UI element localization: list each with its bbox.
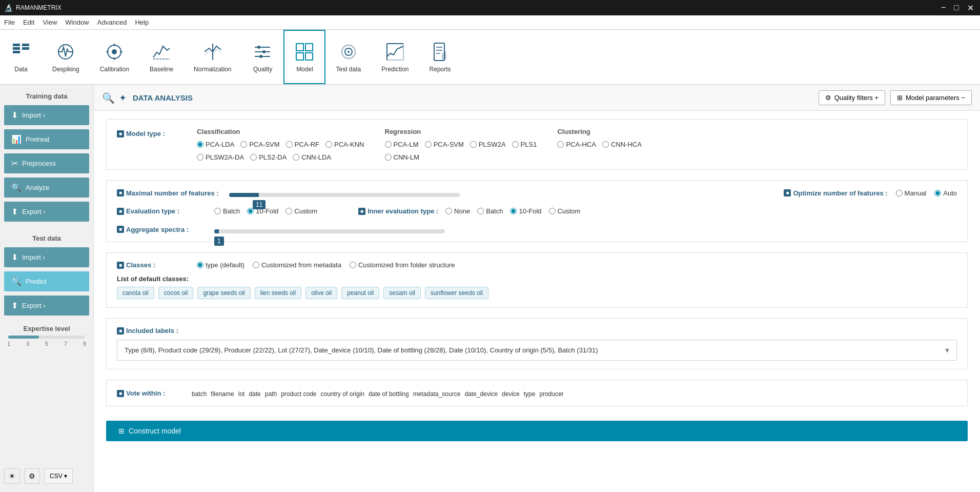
included-labels-box[interactable]: Type (8/8), Product code (29/29), Produc… [117,340,957,361]
svg-point-18 [262,50,266,53]
inner-none-option[interactable]: None [445,207,470,215]
inner-batch-option[interactable]: Batch [477,207,503,215]
menu-advanced[interactable]: Advanced [97,18,127,26]
class-peanut: peanut oil [341,287,379,299]
sidebar-import-training-label: Import › [22,111,45,119]
classes-customized-folder[interactable]: Customized from folder structure [350,261,455,269]
construct-model-button[interactable]: ⊞ Construct model [106,421,968,441]
pca-lda-option[interactable]: PCA-LDA [197,141,234,148]
menu-window[interactable]: Window [65,18,89,26]
cnn-hca-option[interactable]: CNN-HCA [602,141,642,148]
menu-edit[interactable]: Edit [23,18,34,26]
vote-tag-type: type [524,390,536,398]
toolbar-model[interactable]: Model [283,30,325,84]
main-layout: Training data ⬇ Import › 📊 Pretreat ✂ Pr… [0,85,980,492]
optimize-auto-option[interactable]: Auto [934,189,957,197]
svg-rect-0 [13,44,20,46]
toolbar-data[interactable]: Data [0,30,42,84]
sidebar-pretreat[interactable]: 📊 Pretreat [4,129,89,149]
optimize-manual-option[interactable]: Manual [896,189,927,197]
app-logo: 🔬 [4,4,13,12]
construct-model-label: Construct model [129,427,181,435]
classification-row-2: PLSW2A-DA PLS2-DA CNN-LDA [197,153,364,161]
pca-lm-option[interactable]: PCA-LM [385,141,419,148]
menu-file[interactable]: File [4,18,15,26]
sidebar-import-test[interactable]: ⬇ Import › [4,247,89,267]
included-labels-value: Type (8/8), Product code (29/29), Produc… [125,346,598,354]
model-type-label: ■ Model type : [117,130,189,137]
pls1-option[interactable]: PLS1 [512,141,537,148]
menu-help[interactable]: Help [135,18,149,26]
plsw2a-option[interactable]: PLSW2A [470,141,506,148]
toolbar-normalization[interactable]: Normalization [183,30,241,84]
eval-batch-option[interactable]: Batch [214,207,240,215]
sidebar-analyze-label: Analyze [26,184,49,191]
theme-button[interactable]: ☀ [4,468,20,484]
baseline-icon [151,41,172,63]
pca-rf-option[interactable]: PCA-RF [286,141,319,148]
optimize-features-dot: ■ [784,189,791,196]
default-classes-title: List of default classes: [117,275,957,283]
classes-section: ■ Classes : type (default) Customized fr… [106,252,968,308]
sidebar-analyze[interactable]: 🔍 Analyze [4,178,89,198]
close-button[interactable]: ✕ [965,3,976,13]
svg-rect-23 [305,53,313,60]
pls2-da-option[interactable]: PLS2-DA [250,153,287,161]
toolbar-testdata[interactable]: Test data [325,30,371,84]
included-labels-dropdown-arrow[interactable]: ▾ [945,345,949,355]
classes-type-default[interactable]: type (default) [197,261,244,269]
clustering-title: Clustering [557,128,641,135]
sidebar-export-training[interactable]: ⬆ Export › [4,202,89,222]
cnn-lda-option[interactable]: CNN-LDA [293,153,331,161]
sidebar-divider-1 [0,227,93,227]
sidebar-predict[interactable]: 🔍 Predict [4,271,89,291]
toolbar: Data Despiking Calibration Baseline Norm… [0,30,980,85]
toolbar-data-label: Data [14,66,27,73]
toolbar-baseline[interactable]: Baseline [139,30,183,84]
vote-tag-producer: producer [539,390,563,398]
plsw2a-da-option[interactable]: PLSW2A-DA [197,153,244,161]
toolbar-prediction[interactable]: Prediction [371,30,419,84]
sidebar-export-test[interactable]: ⬆ Export › [4,296,89,316]
quality-filters-button[interactable]: ⚙ Quality filters + [819,90,885,105]
inner-custom-option[interactable]: Custom [549,207,581,215]
expertise-slider-track[interactable] [8,336,85,339]
sidebar-export-training-label: Export › [22,208,46,215]
eval-custom-option[interactable]: Custom [285,207,317,215]
aggregate-slider[interactable]: 1 [214,229,445,233]
settings-button[interactable]: ⚙ [24,468,40,484]
aggregate-fill [214,229,219,233]
menu-view[interactable]: View [43,18,57,26]
pca-hca-option[interactable]: PCA-HCA [557,141,596,148]
toolbar-reports[interactable]: Reports [419,30,461,84]
svg-rect-21 [305,44,313,51]
titlebar-app-info: 🔬 RAMANMETRIX [4,4,62,12]
expertise-label-3: 3 [26,341,29,347]
toolbar-despiking[interactable]: Despiking [42,30,90,84]
regression-title: Regression [385,128,537,135]
classes-dot: ■ [117,262,124,269]
vote-within-tags: batch filename lot date path product cod… [192,390,564,398]
csv-button[interactable]: CSV ▾ [44,468,73,484]
pca-svm-option[interactable]: PCA-SVM [240,141,279,148]
toolbar-calibration[interactable]: Calibration [90,30,139,84]
sidebar-preprocess[interactable]: ✂ Preprocess [4,153,89,173]
pca-svm-r-option[interactable]: PCA-SVM [425,141,464,148]
sidebar-import-training[interactable]: ⬇ Import › [4,105,89,125]
max-features-slider[interactable]: 11 [229,193,460,197]
cnn-lm-option[interactable]: CNN-LM [385,153,420,161]
vote-tag-date: date [249,390,260,398]
vote-within-section: ■ Vote within : batch filename lot date … [106,380,968,406]
pca-knn-option[interactable]: PCA-KNN [325,141,364,148]
content-title: DATA ANALYSIS [133,93,193,102]
minimize-button[interactable]: − [939,3,948,13]
classes-customized-metadata[interactable]: Customized from metadata [253,261,341,269]
max-features-label: ■ Maximal number of features : [117,189,219,197]
toolbar-quality[interactable]: Quality [241,30,283,84]
vote-tag-device: device [502,390,520,398]
import-icon: ⬇ [11,110,18,120]
maximize-button[interactable]: □ [952,3,961,13]
expertise-label-5: 5 [45,341,48,347]
model-params-button[interactable]: ⊞ Model parameters − [890,90,972,105]
inner-10fold-option[interactable]: 10-Fold [510,207,541,215]
